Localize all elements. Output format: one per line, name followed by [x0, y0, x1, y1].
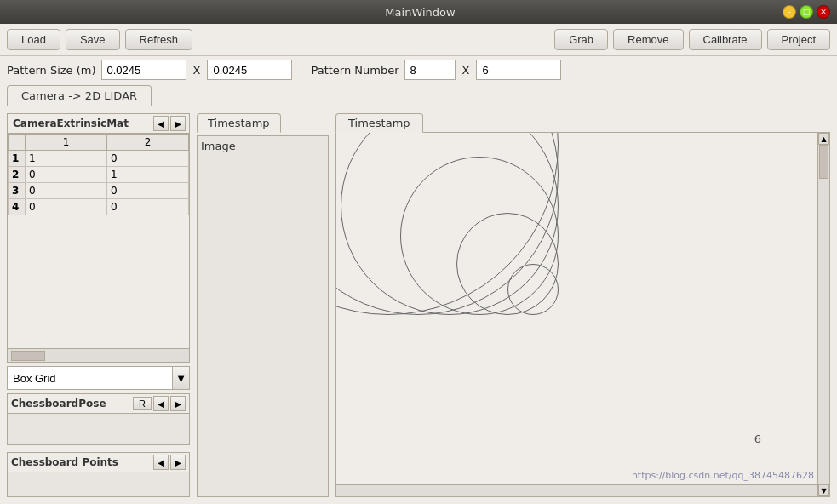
minimize-button[interactable]: –	[783, 5, 796, 19]
cell-c1: 0	[26, 183, 107, 199]
number-label-6: 6	[754, 432, 761, 445]
matrix-section: CameraExtrinsicMat ◀ ▶ 1 2	[7, 113, 190, 363]
row-header: 3	[9, 183, 26, 199]
cell-c2: 0	[107, 151, 189, 167]
table-row: 3 0 0	[9, 183, 189, 199]
load-button[interactable]: Load	[7, 29, 60, 50]
timestamp-tab-bar: Timestamp	[197, 113, 329, 132]
pattern-number-y-input[interactable]	[476, 60, 561, 80]
r-button[interactable]: R	[133, 397, 152, 410]
image-display: 6 ▲ ▼ https://blog.csdn.net/qq_387454876…	[335, 132, 830, 497]
title-bar: MainWindow – □ ✕	[0, 0, 837, 24]
main-window: Load Save Refresh Grab Remove Calibrate …	[0, 24, 837, 504]
watermark: https://blog.csdn.net/qq_38745487628	[632, 470, 814, 481]
chessboard-points-title: Chessboard Points	[11, 456, 152, 468]
save-button[interactable]: Save	[66, 29, 120, 50]
remove-button[interactable]: Remove	[613, 29, 683, 50]
matrix-next-button[interactable]: ▶	[170, 116, 186, 131]
row-header: 1	[9, 151, 26, 167]
calibrate-button[interactable]: Calibrate	[689, 29, 762, 50]
table-row: 4 0 0	[9, 199, 189, 215]
matrix-col2-header: 2	[107, 135, 189, 151]
pattern-size-y-input[interactable]	[207, 60, 292, 80]
matrix-prev-button[interactable]: ◀	[153, 116, 169, 131]
chessboard-points-next[interactable]: ▶	[170, 455, 186, 470]
timestamp-content: Image	[197, 135, 329, 497]
chessboard-points-header: Chessboard Points ◀ ▶	[8, 453, 189, 472]
close-button[interactable]: ✕	[817, 5, 830, 19]
image-tab-bar: Timestamp	[335, 113, 830, 132]
table-row: 2 0 1	[9, 167, 189, 183]
image-label: Image	[201, 140, 324, 152]
toolbar: Load Save Refresh Grab Remove Calibrate …	[0, 24, 837, 56]
chessboard-pose-next[interactable]: ▶	[170, 396, 186, 411]
pattern-size-label: Pattern Size (m)	[7, 64, 96, 77]
timestamp-tab[interactable]: Timestamp	[197, 113, 281, 133]
scroll-thumb-v[interactable]	[819, 145, 828, 179]
matrix-table: 1 2 1 1 0 2 0 1 3 0 0 4 0 0	[8, 134, 189, 215]
scroll-up-arrow[interactable]: ▲	[818, 133, 829, 145]
cell-c2: 0	[107, 183, 189, 199]
window-title: MainWindow	[58, 6, 783, 19]
chessboard-pose-header: ChessboardPose R ◀ ▶	[8, 394, 189, 414]
row-header: 2	[9, 167, 26, 183]
row-header: 4	[9, 199, 26, 215]
pattern-number-x-input[interactable]	[404, 60, 456, 80]
chessboard-points-section: Chessboard Points ◀ ▶	[7, 452, 190, 497]
dropdown-arrow-button[interactable]: ▼	[173, 366, 190, 390]
image-tab[interactable]: Timestamp	[335, 113, 423, 133]
matrix-corner-header	[9, 135, 26, 151]
tab-section: Camera -> 2D LIDAR	[0, 85, 837, 106]
circle	[507, 264, 559, 315]
dropdown-row: Box Grid ▼	[7, 366, 190, 390]
x-separator-2: X	[461, 64, 472, 77]
cell-c2: 1	[107, 167, 189, 183]
matrix-col1-header: 1	[26, 135, 107, 151]
chessboard-pose-title: ChessboardPose	[11, 398, 131, 410]
project-button[interactable]: Project	[767, 29, 830, 50]
x-separator-1: X	[192, 64, 203, 77]
refresh-button[interactable]: Refresh	[125, 29, 193, 50]
maximize-button[interactable]: □	[800, 5, 813, 19]
pattern-row: Pattern Size (m) X Pattern Number X	[0, 56, 837, 85]
cell-c1: 0	[26, 199, 107, 215]
chessboard-pose-body	[8, 414, 189, 444]
vertical-scrollbar[interactable]: ▲ ▼	[817, 133, 829, 496]
scroll-down-arrow[interactable]: ▼	[818, 484, 829, 496]
table-row: 1 1 0	[9, 151, 189, 167]
chessboard-points-body	[8, 472, 189, 496]
tab-camera-2d-lidar[interactable]: Camera -> 2D LIDAR	[7, 85, 152, 106]
pattern-size-x-input[interactable]	[101, 60, 186, 80]
chessboard-points-prev[interactable]: ◀	[153, 455, 169, 470]
chessboard-pose-section: ChessboardPose R ◀ ▶	[7, 393, 190, 445]
pattern-number-label: Pattern Number	[311, 64, 398, 77]
content-area: CameraExtrinsicMat ◀ ▶ 1 2	[0, 106, 837, 504]
grab-button[interactable]: Grab	[554, 29, 608, 50]
right-panel: Timestamp 6 ▲ ▼ https://blog.csdn	[335, 113, 830, 497]
cell-c2: 0	[107, 199, 189, 215]
main-tab-bar: Camera -> 2D LIDAR	[7, 85, 830, 106]
matrix-header: CameraExtrinsicMat ◀ ▶	[8, 114, 189, 134]
matrix-scroll-area[interactable]: 1 2 1 1 0 2 0 1 3 0 0 4 0 0	[8, 134, 189, 348]
middle-panel: Timestamp Image	[197, 113, 329, 497]
cell-c1: 0	[26, 167, 107, 183]
left-panel: CameraExtrinsicMat ◀ ▶ 1 2	[7, 113, 190, 497]
cell-c1: 1	[26, 151, 107, 167]
window-controls: – □ ✕	[783, 5, 830, 19]
matrix-horizontal-scrollbar[interactable]	[8, 348, 189, 362]
box-grid-dropdown[interactable]: Box Grid	[7, 366, 173, 390]
horizontal-scrollbar[interactable]	[336, 484, 817, 496]
chessboard-pose-prev[interactable]: ◀	[153, 396, 169, 411]
matrix-title: CameraExtrinsicMat	[11, 116, 152, 131]
toolbar-right: Grab Remove Calibrate Project	[554, 29, 830, 50]
toolbar-left: Load Save Refresh	[7, 29, 192, 50]
